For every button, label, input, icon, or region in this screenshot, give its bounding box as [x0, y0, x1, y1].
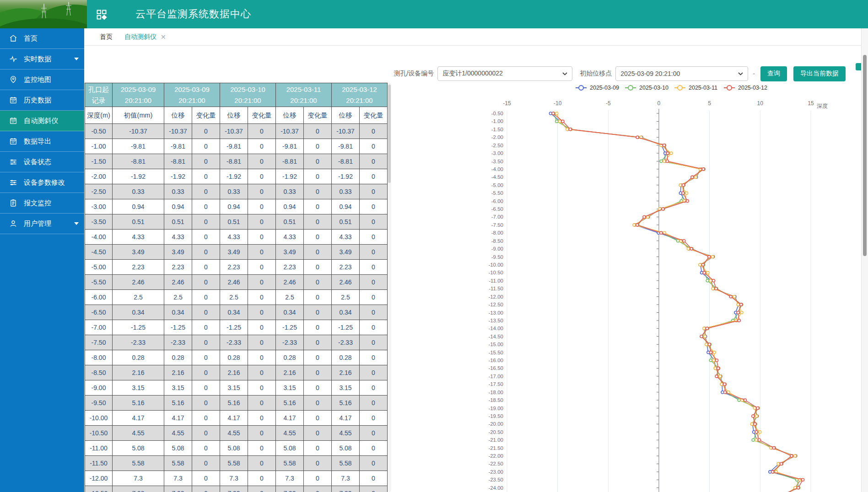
- data-point[interactable]: [695, 176, 697, 178]
- tab-inclinometer[interactable]: 自动测斜仪 ✕: [124, 28, 166, 45]
- data-point[interactable]: [777, 463, 780, 465]
- data-point[interactable]: [710, 351, 712, 354]
- data-point[interactable]: [558, 120, 561, 123]
- data-point[interactable]: [794, 455, 797, 457]
- sidebar-item-0[interactable]: 首页: [0, 28, 84, 49]
- tab-home[interactable]: 首页: [100, 28, 113, 45]
- data-point[interactable]: [724, 391, 727, 394]
- data-point[interactable]: [700, 335, 703, 338]
- data-point[interactable]: [737, 311, 739, 314]
- data-point[interactable]: [744, 399, 747, 401]
- data-point[interactable]: [754, 422, 756, 425]
- data-point[interactable]: [802, 478, 804, 481]
- legend-label[interactable]: 2025-03-12: [738, 85, 767, 91]
- data-point[interactable]: [682, 184, 685, 187]
- sidebar-item-1[interactable]: 实时数据: [0, 49, 84, 70]
- sidebar-item-8[interactable]: 报文监控: [0, 193, 84, 214]
- layout-grid-icon[interactable]: [96, 9, 107, 20]
- data-point[interactable]: [708, 343, 711, 346]
- sidebar-item-4[interactable]: 自动测斜仪: [0, 111, 84, 131]
- data-point[interactable]: [706, 279, 709, 282]
- data-point[interactable]: [699, 263, 701, 266]
- data-point[interactable]: [691, 176, 694, 178]
- data-point[interactable]: [643, 216, 646, 219]
- data-point[interactable]: [756, 407, 759, 410]
- data-point[interactable]: [755, 431, 758, 433]
- sidebar-item-5[interactable]: 数据导出: [0, 131, 84, 152]
- page-scrollbar-thumb[interactable]: [863, 55, 867, 256]
- data-point[interactable]: [663, 160, 666, 163]
- data-point[interactable]: [712, 256, 714, 258]
- data-point[interactable]: [636, 136, 639, 139]
- legend-label[interactable]: 2025-03-09: [590, 85, 619, 91]
- data-point[interactable]: [712, 279, 715, 282]
- data-point[interactable]: [685, 192, 688, 194]
- data-point[interactable]: [755, 439, 758, 441]
- data-point[interactable]: [714, 367, 717, 369]
- data-point[interactable]: [701, 263, 704, 266]
- data-point[interactable]: [705, 343, 708, 346]
- data-point[interactable]: [738, 319, 740, 322]
- data-point[interactable]: [555, 112, 558, 115]
- data-point[interactable]: [758, 439, 761, 441]
- sidebar-item-9[interactable]: 用户管理: [0, 214, 84, 234]
- data-point[interactable]: [666, 160, 669, 163]
- data-point[interactable]: [729, 295, 732, 298]
- table-scrollbar[interactable]: [388, 83, 391, 492]
- data-point[interactable]: [687, 247, 690, 250]
- data-point[interactable]: [708, 256, 711, 258]
- data-point[interactable]: [755, 415, 758, 417]
- data-point[interactable]: [670, 152, 673, 155]
- data-point[interactable]: [712, 287, 714, 290]
- data-point[interactable]: [715, 375, 718, 378]
- initial-point-select[interactable]: 2025-03-09 20:21:00: [615, 66, 748, 81]
- data-point[interactable]: [660, 160, 663, 163]
- data-point[interactable]: [682, 192, 685, 194]
- data-point[interactable]: [797, 487, 800, 489]
- data-point[interactable]: [717, 367, 720, 369]
- sidebar-item-3[interactable]: 历史数据: [0, 90, 84, 111]
- data-point[interactable]: [771, 471, 774, 473]
- data-point[interactable]: [569, 128, 571, 131]
- data-point[interactable]: [712, 359, 715, 362]
- data-point[interactable]: [706, 327, 708, 330]
- data-point[interactable]: [733, 295, 736, 298]
- data-point[interactable]: [719, 375, 722, 378]
- tab-close-icon[interactable]: ✕: [161, 33, 166, 41]
- export-current-data-button[interactable]: 导出当前数据: [793, 66, 846, 81]
- data-point[interactable]: [709, 359, 712, 362]
- data-point[interactable]: [703, 327, 706, 330]
- query-button[interactable]: 查询: [760, 66, 787, 81]
- data-point[interactable]: [752, 439, 755, 441]
- legend-label[interactable]: 2025-03-10: [639, 85, 669, 91]
- page-scrollbar[interactable]: [861, 28, 868, 492]
- device-select[interactable]: 应变计1/0000000022: [437, 66, 572, 81]
- data-point[interactable]: [737, 303, 739, 306]
- data-point[interactable]: [704, 335, 706, 338]
- data-point[interactable]: [552, 112, 555, 115]
- data-point[interactable]: [660, 231, 663, 234]
- data-point[interactable]: [723, 383, 726, 385]
- data-point[interactable]: [703, 271, 706, 274]
- data-point[interactable]: [683, 240, 685, 242]
- data-point[interactable]: [715, 287, 717, 290]
- data-point[interactable]: [555, 120, 558, 123]
- data-point[interactable]: [679, 184, 682, 187]
- data-point[interactable]: [561, 120, 564, 123]
- data-point[interactable]: [690, 247, 693, 250]
- sidebar-item-6[interactable]: 设备状态: [0, 152, 84, 172]
- data-point[interactable]: [566, 128, 569, 131]
- data-point[interactable]: [662, 208, 664, 210]
- sidebar-item-2[interactable]: 监控地图: [0, 70, 84, 90]
- data-point[interactable]: [759, 431, 761, 433]
- table-scrollbar-thumb[interactable]: [388, 85, 391, 183]
- data-point[interactable]: [740, 303, 743, 306]
- legend-label[interactable]: 2025-03-11: [689, 85, 717, 91]
- data-point[interactable]: [706, 271, 709, 274]
- data-point[interactable]: [716, 359, 718, 362]
- data-point[interactable]: [636, 224, 639, 226]
- sidebar-item-7[interactable]: 设备参数修改: [0, 172, 84, 193]
- data-point[interactable]: [713, 351, 716, 354]
- data-point[interactable]: [686, 200, 689, 203]
- data-point[interactable]: [633, 224, 636, 226]
